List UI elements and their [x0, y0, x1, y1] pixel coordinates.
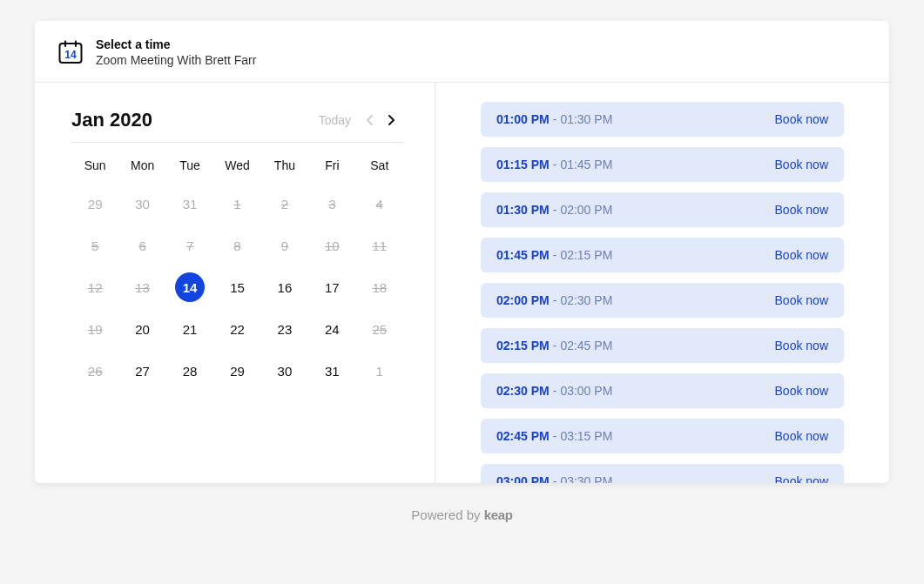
calendar-day[interactable]: 19: [71, 313, 118, 345]
calendar-pane: Jan 2020 Today SunMonTueWedThuFriSat2930…: [35, 83, 435, 483]
calendar-day[interactable]: 28: [166, 355, 213, 386]
calendar-day[interactable]: 20: [118, 313, 165, 345]
calendar-day[interactable]: 8: [213, 230, 260, 261]
card-header: 14 Select a time Zoom Meeting With Brett…: [35, 21, 889, 83]
book-now-button[interactable]: Book now: [775, 339, 828, 352]
slot-end: 02:00 PM: [560, 203, 612, 217]
timeslot[interactable]: 01:00 PM - 01:30 PMBook now: [481, 102, 844, 137]
footer-brand: keap: [484, 507, 513, 522]
slot-start: 02:30 PM: [496, 384, 550, 398]
calendar-day[interactable]: 26: [71, 355, 118, 386]
slot-start: 02:15 PM: [496, 339, 550, 352]
calendar-day[interactable]: 17: [308, 272, 355, 303]
slot-start: 02:00 PM: [496, 293, 550, 307]
book-now-button[interactable]: Book now: [775, 429, 828, 443]
timeslot-list[interactable]: 01:00 PM - 01:30 PMBook now01:15 PM - 01…: [435, 83, 889, 483]
dow-header: Thu: [261, 151, 308, 178]
calendar-day[interactable]: 12: [71, 272, 118, 303]
slot-separator: -: [553, 203, 557, 217]
calendar-day[interactable]: 29: [71, 188, 118, 219]
calendar-day[interactable]: 1: [356, 355, 403, 386]
calendar-day[interactable]: 14: [166, 272, 213, 303]
slot-separator: -: [553, 429, 557, 443]
timeslot[interactable]: 02:00 PM - 02:30 PMBook now: [481, 283, 844, 318]
header-text: Select a time Zoom Meeting With Brett Fa…: [96, 37, 256, 68]
calendar-day[interactable]: 7: [166, 230, 213, 261]
slot-end: 03:15 PM: [560, 429, 612, 443]
slot-start: 03:00 PM: [496, 474, 550, 483]
month-label: Jan 2020: [71, 109, 319, 131]
slot-separator: -: [553, 293, 557, 307]
calendar-day[interactable]: 31: [308, 355, 355, 386]
calendar-day[interactable]: 29: [213, 355, 260, 386]
calendar-day[interactable]: 30: [118, 188, 165, 219]
calendar-day[interactable]: 27: [118, 355, 165, 386]
slot-end: 01:45 PM: [560, 158, 612, 171]
svg-text:14: 14: [64, 49, 77, 61]
timeslot[interactable]: 03:00 PM - 03:30 PMBook now: [481, 464, 844, 483]
calendar-day[interactable]: 24: [308, 313, 355, 345]
book-now-button[interactable]: Book now: [775, 293, 828, 307]
calendar-day[interactable]: 23: [261, 313, 308, 345]
calendar-day[interactable]: 21: [166, 313, 213, 345]
timeslot[interactable]: 02:30 PM - 03:00 PMBook now: [481, 373, 844, 408]
calendar-day[interactable]: 9: [261, 230, 308, 261]
timeslot[interactable]: 02:45 PM - 03:15 PMBook now: [481, 419, 844, 453]
timeslot[interactable]: 01:15 PM - 01:45 PMBook now: [481, 147, 844, 182]
calendar-day[interactable]: 6: [118, 230, 165, 261]
prev-month-button[interactable]: [358, 109, 381, 131]
page-subtitle: Zoom Meeting With Brett Farr: [96, 52, 256, 68]
slot-start: 01:15 PM: [496, 158, 550, 171]
slot-separator: -: [553, 112, 557, 126]
book-now-button[interactable]: Book now: [775, 112, 828, 126]
dow-header: Sun: [71, 151, 118, 178]
footer: Powered by keap: [0, 507, 924, 522]
calendar-day[interactable]: 2: [261, 188, 308, 219]
slot-separator: -: [553, 248, 557, 262]
calendar-day[interactable]: 3: [308, 188, 355, 219]
slot-end: 02:30 PM: [560, 293, 612, 307]
calendar-grid: SunMonTueWedThuFriSat2930311234567891011…: [71, 151, 403, 386]
book-now-button[interactable]: Book now: [775, 203, 828, 217]
chevron-right-icon: [388, 114, 396, 126]
calendar-day[interactable]: 13: [118, 272, 165, 303]
dow-header: Wed: [213, 151, 260, 178]
slot-end: 03:30 PM: [560, 474, 612, 483]
slot-end: 03:00 PM: [560, 384, 612, 398]
calendar-day[interactable]: 18: [356, 272, 403, 303]
calendar-day[interactable]: 30: [261, 355, 308, 386]
dow-header: Mon: [118, 151, 165, 178]
timeslot[interactable]: 01:45 PM - 02:15 PMBook now: [481, 238, 844, 272]
calendar-day[interactable]: 4: [356, 188, 403, 219]
dow-header: Sat: [356, 151, 403, 178]
chevron-left-icon: [365, 114, 374, 126]
dow-header: Tue: [166, 151, 213, 178]
slot-start: 01:30 PM: [496, 203, 550, 217]
card-body: Jan 2020 Today SunMonTueWedThuFriSat2930…: [35, 83, 889, 483]
book-now-button[interactable]: Book now: [775, 158, 828, 171]
calendar-day[interactable]: 5: [71, 230, 118, 261]
calendar-day[interactable]: 15: [213, 272, 260, 303]
slot-end: 01:30 PM: [560, 112, 612, 126]
calendar-day[interactable]: 16: [261, 272, 308, 303]
slot-start: 01:00 PM: [496, 112, 550, 126]
next-month-button[interactable]: [381, 109, 403, 131]
book-now-button[interactable]: Book now: [775, 248, 828, 262]
page-title: Select a time: [96, 37, 256, 52]
calendar-day[interactable]: 11: [356, 230, 403, 261]
slot-start: 02:45 PM: [496, 429, 550, 443]
timeslot[interactable]: 02:15 PM - 02:45 PMBook now: [481, 328, 844, 363]
calendar-icon: 14: [57, 39, 84, 65]
month-nav: Jan 2020 Today: [71, 109, 403, 143]
book-now-button[interactable]: Book now: [775, 474, 828, 483]
slot-end: 02:45 PM: [560, 339, 612, 352]
calendar-day[interactable]: 10: [308, 230, 355, 261]
calendar-day[interactable]: 31: [166, 188, 213, 219]
today-link[interactable]: Today: [319, 113, 351, 127]
calendar-day[interactable]: 22: [213, 313, 260, 345]
calendar-day[interactable]: 1: [213, 188, 260, 219]
timeslot[interactable]: 01:30 PM - 02:00 PMBook now: [481, 192, 844, 227]
calendar-day[interactable]: 25: [356, 313, 403, 345]
slot-separator: -: [553, 474, 557, 483]
book-now-button[interactable]: Book now: [775, 384, 828, 398]
